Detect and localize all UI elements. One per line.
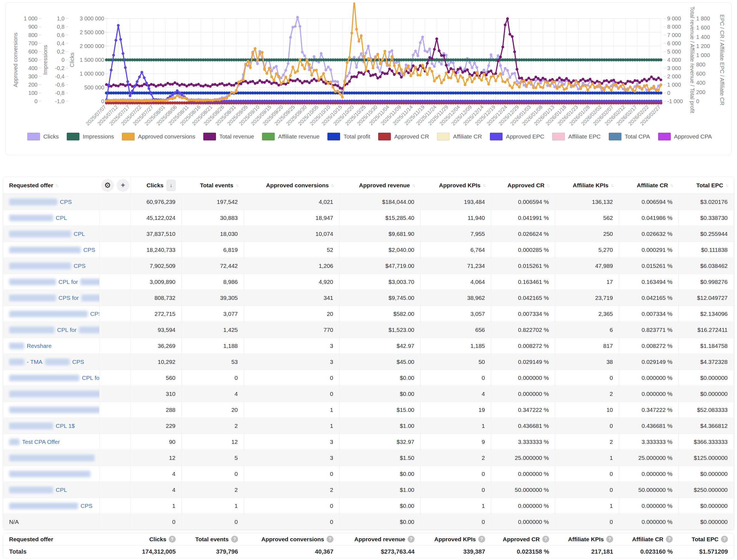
series-point-approved-conversions — [551, 80, 554, 83]
data-cell: 0.000000 % — [619, 514, 679, 530]
data-cell: 770 — [244, 322, 340, 338]
axis-tick-clicks: 2 000 000 — [80, 43, 104, 49]
series-point-approved-conversions — [249, 66, 252, 69]
axis-tick-revenue: 5 000 — [667, 49, 681, 55]
offer-link[interactable]: CPL — [74, 231, 85, 237]
add-column-button plus-icon[interactable]: + — [117, 179, 129, 192]
column-settings-button gear-icon[interactable]: ⚙ — [101, 179, 114, 192]
sort-icon[interactable]: ↑↓ — [331, 183, 333, 188]
offer-link[interactable]: CPS — [81, 503, 92, 509]
series-point-clicks — [280, 77, 282, 79]
legend-item-impressions[interactable]: Impressions — [67, 133, 114, 140]
header-cell-affiliate-cr[interactable]: Affiliate CR↑↓ — [619, 177, 679, 194]
help-icon[interactable]: ? — [408, 536, 415, 543]
series-point-clicks — [634, 85, 636, 88]
legend-item-approved-cr[interactable]: Approved CR — [378, 133, 429, 140]
series-point-approved-epc — [652, 100, 655, 102]
sort-desc-icon[interactable]: ↓ — [166, 180, 176, 191]
help-icon[interactable]: ? — [721, 536, 728, 543]
series-point-approved-conversions — [273, 79, 275, 82]
offer-link[interactable]: Revshare — [27, 343, 52, 349]
sort-icon[interactable]: ↑↓ — [483, 183, 485, 188]
header-cell-approved-revenue[interactable]: Approved revenue↑↓ — [340, 177, 421, 194]
help-icon[interactable]: ? — [606, 536, 613, 543]
axis-tick-revenue: 2 000 — [667, 73, 681, 79]
sort-icon[interactable]: ↑↓ — [55, 183, 58, 188]
header-cell-approved-cr[interactable]: Approved CR↑↓ — [491, 177, 555, 194]
axis-tick-impressions: -0,4 — [55, 73, 65, 79]
offer-link[interactable]: CPS — [83, 247, 95, 253]
legend-item-total-revenue[interactable]: Total revenue — [203, 133, 254, 140]
offer-link[interactable]: CPS for — [58, 295, 79, 301]
series-point-clicks — [334, 80, 337, 83]
help-icon[interactable]: ? — [666, 536, 673, 543]
data-cell: $0.338730 — [679, 210, 734, 226]
series-point-approved-epc — [376, 100, 379, 102]
offer-link[interactable]: CPL for — [58, 279, 78, 285]
header-cell-total-epc[interactable]: Total EPC↑↓ — [679, 177, 734, 194]
data-cell: $16.272411 — [679, 322, 734, 338]
help-icon[interactable]: ? — [169, 536, 176, 543]
data-cell: 50 — [421, 354, 491, 370]
offer-link[interactable]: CPL — [56, 215, 67, 221]
series-point-approved-conversions — [553, 81, 556, 83]
series-point-total-revenue — [638, 81, 641, 84]
legend-item-total-cpa[interactable]: Total CPA — [609, 133, 650, 140]
help-icon[interactable]: ? — [327, 536, 333, 543]
sort-icon[interactable]: ↑↓ — [725, 183, 728, 188]
legend-item-approved-cpa[interactable]: Approved CPA — [658, 133, 712, 140]
sort-icon[interactable]: ↑↓ — [236, 183, 238, 188]
offer-link[interactable]: CPS — [72, 359, 84, 365]
header-cell-clicks[interactable]: Clicks↓ — [130, 177, 182, 194]
header-cell-approved-conversions[interactable]: Approved conversions↑↓ — [244, 177, 340, 194]
legend-item-affiliate-revenue[interactable]: Affiliate revenue — [262, 133, 319, 140]
series-point-total-revenue — [572, 79, 575, 82]
header-cell-approved-kpis[interactable]: Approved KPIs↑↓ — [421, 177, 491, 194]
series-point-clicks — [433, 65, 436, 68]
totals-header-label: Affiliate KPIs — [568, 536, 604, 543]
offer-link[interactable]: Test CPA Offer — [22, 439, 60, 445]
series-point-approved-conversions — [622, 83, 624, 86]
axis-tick-epc-cr: 1 600 — [696, 25, 710, 31]
header-cell-total-events[interactable]: Total events↑↓ — [182, 177, 244, 194]
series-point-approved-epc — [110, 69, 113, 71]
help-icon[interactable]: ? — [231, 536, 238, 543]
series-point-approved-conversions — [516, 83, 518, 86]
axis-tick-revenue: 3 000 — [667, 65, 681, 71]
data-cell: 0 — [555, 370, 619, 386]
data-cell: 1 — [130, 498, 182, 514]
header-label: Requested offer — [9, 182, 53, 189]
data-cell: $15.00 — [340, 402, 421, 418]
sort-icon[interactable]: ↑↓ — [670, 183, 673, 188]
sort-icon[interactable]: ↑↓ — [412, 183, 415, 188]
offer-link[interactable]: CPL 1$ — [56, 423, 75, 429]
offer-link[interactable]: CPS — [74, 263, 86, 269]
sort-icon[interactable]: ↑↓ — [611, 183, 613, 188]
legend-item-approved-conversions[interactable]: Approved conversions — [122, 133, 195, 140]
row-icon-cell — [100, 322, 130, 338]
offer-link[interactable]: - TMA — [27, 359, 42, 365]
header-cell-affiliate-kpis[interactable]: Affiliate KPIs↑↓ — [555, 177, 619, 194]
legend-item-affiliate-epc[interactable]: Affiliate EPC — [552, 133, 601, 140]
offer-link[interactable]: CPL — [56, 487, 67, 493]
help-icon[interactable]: ? — [478, 536, 485, 543]
help-icon[interactable]: ? — [542, 536, 549, 543]
legend-swatch — [122, 133, 135, 140]
data-cell: 0 — [421, 514, 491, 530]
legend-item-total-profit[interactable]: Total profit — [327, 133, 370, 140]
header-cell-requested-offer[interactable]: Requested offer↑↓ — [3, 177, 100, 194]
series-point-total-revenue — [612, 79, 615, 81]
legend-item-clicks[interactable]: Clicks — [27, 133, 59, 140]
axis-tick-revenue: 1 000 — [667, 82, 681, 88]
offer-link[interactable]: CPS — [90, 311, 100, 317]
offer-link[interactable]: CPS — [60, 199, 72, 205]
data-cell: 808,732 — [130, 290, 182, 306]
offer-link[interactable]: CPL for ... — [82, 375, 100, 381]
series-point-approved-conversions — [565, 87, 568, 90]
legend-item-approved-epc[interactable]: Approved EPC — [490, 133, 544, 140]
series-point-total-revenue — [643, 78, 646, 81]
offer-link[interactable]: CPL for — [57, 327, 76, 333]
legend-item-affiliate-cr[interactable]: Affiliate CR — [437, 133, 482, 140]
series-point-approved-conversions — [162, 99, 164, 102]
sort-icon[interactable]: ↑↓ — [547, 183, 549, 188]
